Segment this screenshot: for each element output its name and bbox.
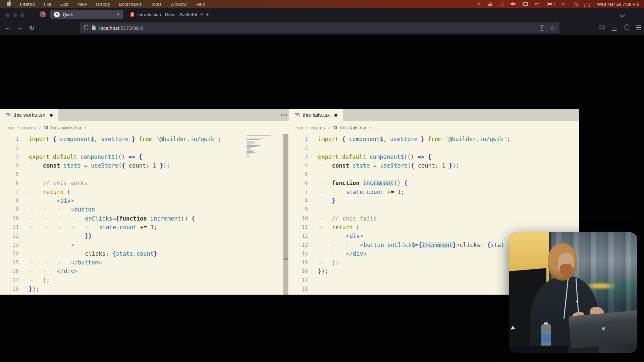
tracking-protection-shield-icon[interactable] (84, 25, 88, 30)
line-number: 14 (0, 249, 19, 258)
code-line: 6→// this works (0, 179, 289, 187)
code-token: count: (418, 162, 442, 169)
tab-close-icon[interactable]: × (200, 12, 203, 17)
breadcrumb-item: … (89, 125, 94, 130)
indent-guide: → (29, 267, 43, 276)
line-number: 1 (0, 135, 19, 143)
code-token: stat (490, 242, 504, 248)
bookmark-star-icon[interactable]: ☆ (550, 25, 555, 31)
code-line: 12→→→→}} (0, 232, 289, 240)
code-token: () (394, 180, 404, 186)
reader-view-icon[interactable] (540, 25, 544, 31)
code-token: += (384, 189, 397, 195)
url-bar[interactable]: localhost:5173/38-0 ☆ (80, 22, 559, 33)
code-line: 17→); (0, 276, 289, 285)
code-line: 7→return ( (0, 188, 289, 196)
window-zoom-button[interactable] (20, 13, 24, 17)
menu-items: Firefox File Edit View History Bookmarks… (20, 2, 205, 7)
line-number: 18 (0, 285, 19, 293)
indent-guide: → (57, 232, 71, 240)
indent-guide: → (318, 179, 332, 187)
line-number: 12 (289, 232, 308, 240)
qwik-logo-icon: ϟ (54, 12, 60, 17)
indent-guide: → (318, 214, 332, 223)
record-icon[interactable] (535, 2, 540, 6)
line-number: 13 (0, 241, 19, 249)
page-info-icon[interactable] (92, 25, 96, 30)
code-token: } (332, 197, 335, 204)
menu-clock[interactable]: Wed Mar 29 7:08 PM (597, 2, 639, 7)
code-token: export default (29, 154, 80, 160)
window-close-button[interactable] (5, 13, 10, 17)
line-number: 2 (0, 143, 19, 152)
battery-icon[interactable] (547, 2, 554, 6)
forward-button[interactable]: → (15, 20, 25, 35)
line-number: 16 (289, 267, 308, 276)
laptop (568, 310, 637, 349)
code-token: { (53, 136, 60, 142)
indent-guide: → (29, 179, 43, 187)
reload-button[interactable]: ↻ (27, 20, 37, 35)
menu-item-file[interactable]: File (44, 2, 51, 7)
code-lines: 1import { component$, useStore } from '@… (0, 135, 289, 295)
cube-icon[interactable] (477, 2, 481, 6)
swirl-icon[interactable] (498, 1, 504, 7)
code-token: from (424, 136, 445, 142)
code-token: state (116, 250, 133, 257)
code-token: state (346, 189, 363, 195)
menu-item-edit[interactable]: Edit (60, 2, 68, 7)
menu-item-firefox[interactable]: Firefox (20, 2, 35, 7)
menu-item-window[interactable]: Window (170, 2, 186, 7)
indent-guide: → (43, 232, 57, 240)
downloads-icon[interactable]: ↓ (612, 24, 617, 31)
firefox-view-icon[interactable] (40, 11, 46, 17)
line-number: 5 (0, 170, 19, 179)
macos-menu-bar: Firefox File Edit View History Bookmarks… (0, 0, 644, 8)
menu-item-tools[interactable]: Tools (151, 2, 162, 7)
tab-sveltekit-docs[interactable]: S Introduction - Docs - SvelteKit × (127, 10, 207, 19)
apple-icon[interactable] (7, 2, 11, 6)
code-line: 1import { component$, useStore } from '@… (0, 135, 289, 143)
code-line: 5 (0, 170, 289, 179)
indent-guide: → (332, 241, 346, 249)
code-token: } (445, 162, 452, 169)
new-tab-button[interactable]: + (205, 11, 209, 18)
code-token: { (411, 162, 418, 169)
code-line: 7→→state.count += 1; (289, 188, 579, 196)
line-number: 16 (0, 267, 19, 276)
menu-item-history[interactable]: History (96, 2, 110, 7)
wifi-icon[interactable] (561, 3, 567, 6)
search-icon[interactable] (574, 2, 578, 6)
window-minimize-button[interactable] (13, 13, 17, 17)
tab-title: Introduction - Docs - SvelteKit (137, 12, 197, 17)
list-all-tabs-chevron-icon[interactable] (620, 12, 625, 18)
app-menu-icon[interactable] (636, 25, 641, 26)
code-token: 1 (397, 189, 401, 195)
tab-qwik[interactable]: ϟ Qwik × (50, 10, 123, 19)
table-edge (509, 346, 568, 353)
pocket-icon[interactable] (599, 25, 605, 30)
keyboard-icon[interactable] (523, 2, 528, 6)
code-token: ( (63, 189, 70, 195)
back-button[interactable]: ← (3, 20, 13, 35)
tab-close-icon[interactable]: × (117, 12, 120, 17)
menu-item-help[interactable]: Help (196, 2, 205, 7)
code-token: clicks: (85, 250, 112, 257)
indent-guide: → (29, 249, 43, 258)
code-token: { (487, 242, 490, 248)
code-token: < (71, 206, 74, 213)
code-token: function (332, 180, 363, 186)
url-text[interactable]: localhost:5173/38-0 (99, 25, 143, 31)
code-token: { (342, 136, 349, 142)
lock-icon[interactable] (488, 4, 492, 6)
indent-guide: → (29, 188, 43, 196)
extensions-icon[interactable] (625, 25, 629, 30)
bat-icon[interactable] (511, 3, 516, 5)
indent-guide: → (318, 161, 332, 170)
menu-item-view[interactable]: View (77, 2, 87, 7)
menu-item-bookmarks[interactable]: Bookmarks (119, 2, 142, 7)
control-center-icon[interactable] (585, 3, 590, 5)
code-token: </ (346, 250, 353, 257)
code-line: 2 (0, 143, 289, 152)
line-number: 11 (289, 223, 308, 232)
